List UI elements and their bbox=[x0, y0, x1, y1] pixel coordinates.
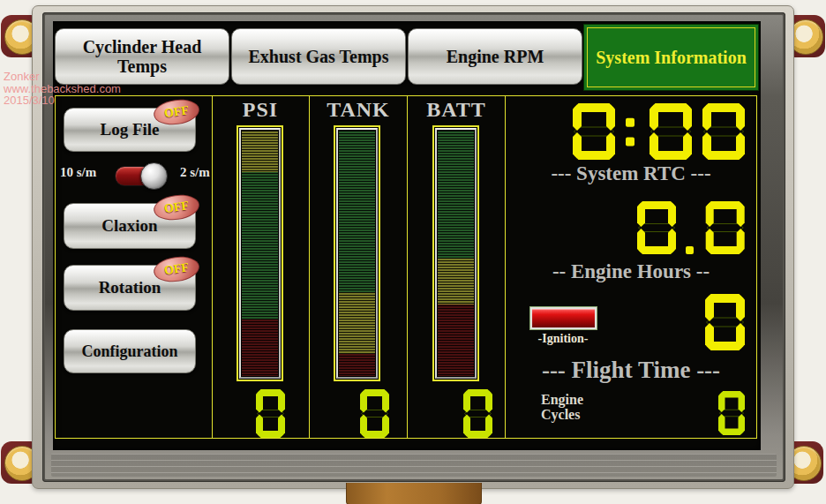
engine-cycles-line1: Engine bbox=[541, 392, 583, 407]
column-separator bbox=[309, 96, 310, 438]
column-separator bbox=[212, 96, 213, 438]
engine-cycles-label: Engine Cycles bbox=[541, 392, 583, 422]
device-screenshot: Zonker www.thebackshed.com 2015/3/10 Cyc… bbox=[0, 0, 826, 504]
system-rtc-label: --- System RTC --- bbox=[505, 162, 757, 185]
rtc-display bbox=[573, 103, 745, 163]
tab-label: Exhust Gas Temps bbox=[244, 47, 394, 66]
flex-cable-connector bbox=[346, 483, 482, 504]
batt-value-display bbox=[463, 389, 492, 441]
configuration-label: Configuration bbox=[81, 342, 177, 361]
engine-hours-label: -- Engine Hours -- bbox=[505, 260, 757, 283]
ignition-indicator bbox=[529, 306, 597, 330]
gauge-header-batt: BATT bbox=[408, 98, 505, 122]
gauge-frame bbox=[435, 128, 477, 379]
gauge-header-tank: TANK bbox=[310, 98, 407, 122]
rate-toggle-right-label: 2 s/m bbox=[180, 165, 210, 180]
rotation-label: Rotation bbox=[99, 278, 161, 297]
claxion-label: Claxion bbox=[101, 216, 157, 236]
tab-label: Cyclinder Head Temps bbox=[56, 37, 229, 77]
toggle-knob[interactable] bbox=[140, 162, 168, 190]
gauge-frame bbox=[239, 128, 281, 379]
flight-time-label: --- Flight Time --- bbox=[505, 357, 757, 384]
log-file-label: Log File bbox=[100, 120, 159, 139]
engine-hours-display bbox=[637, 201, 745, 258]
ignition-label: -Ignition- bbox=[519, 332, 607, 346]
tab-label: Engine RPM bbox=[441, 47, 550, 66]
tab-exhaust-gas-temps[interactable]: Exhust Gas Temps bbox=[231, 28, 406, 85]
log-file-button[interactable]: Log File OFF bbox=[64, 108, 196, 152]
engine-cycles-line2: Cycles bbox=[541, 407, 583, 422]
rotation-button[interactable]: Rotation OFF bbox=[64, 265, 196, 311]
engine-cycles-display bbox=[718, 391, 745, 439]
gauge-stripes bbox=[339, 131, 375, 376]
lcd-screen: Cyclinder Head Temps Exhust Gas Temps En… bbox=[53, 21, 761, 450]
gauge-frame bbox=[336, 128, 378, 379]
claxion-button[interactable]: Claxion OFF bbox=[64, 203, 196, 249]
configuration-button[interactable]: Configuration bbox=[64, 329, 196, 373]
psi-value-display bbox=[256, 389, 285, 441]
tab-label: System Information bbox=[596, 48, 747, 68]
gauge-header-psi: PSI bbox=[212, 98, 309, 122]
tab-cylinder-head-temps[interactable]: Cyclinder Head Temps bbox=[55, 28, 229, 85]
gauge-psi bbox=[237, 125, 283, 381]
gauge-stripes bbox=[242, 131, 278, 376]
ignition-lamp-icon bbox=[532, 309, 595, 327]
tab-engine-rpm[interactable]: Engine RPM bbox=[408, 28, 582, 85]
gauge-batt bbox=[432, 125, 479, 381]
flight-time-display bbox=[705, 294, 745, 354]
column-separator bbox=[407, 96, 408, 438]
tab-system-information[interactable]: System Information bbox=[583, 24, 759, 91]
tank-value-display bbox=[360, 389, 389, 441]
gauge-stripes bbox=[438, 131, 474, 376]
gauge-tank bbox=[334, 125, 380, 381]
rate-toggle-left-label: 10 s/m bbox=[60, 165, 96, 180]
